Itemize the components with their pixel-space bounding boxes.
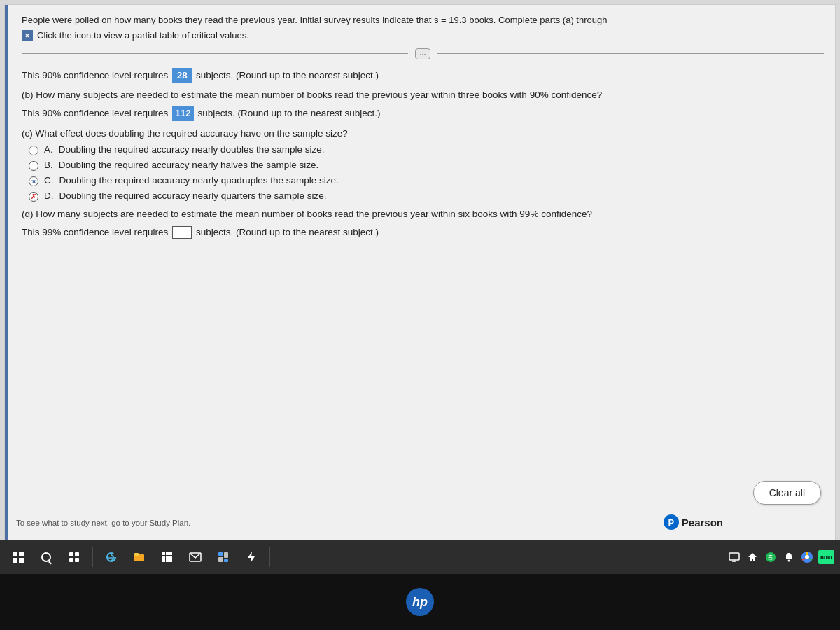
apps-icon <box>162 552 173 563</box>
part-b-answer: This 90% confidence level requires 112 s… <box>22 106 824 121</box>
radio-b[interactable] <box>29 161 38 171</box>
options-list: A. Doubling the required accuracy nearly… <box>29 144 824 202</box>
option-c-text: Doubling the required accuracy nearly qu… <box>59 175 339 186</box>
option-b-text: Doubling the required accuracy nearly ha… <box>59 160 318 170</box>
svg-rect-4 <box>75 552 79 556</box>
svg-rect-22 <box>224 559 228 562</box>
part-b-question: (b) How many subjects are needed to esti… <box>22 90 824 100</box>
svg-rect-19 <box>218 552 223 556</box>
windows-icon <box>13 552 24 563</box>
radio-c[interactable] <box>29 176 38 186</box>
apps-button[interactable] <box>155 545 180 570</box>
lightning-icon <box>246 551 256 564</box>
option-d-letter: D. <box>44 190 54 201</box>
svg-rect-10 <box>166 552 169 555</box>
option-c[interactable]: C. Doubling the required accuracy nearly… <box>29 175 824 186</box>
critical-values-link[interactable]: Click the icon to view a partial table o… <box>22 30 824 41</box>
pearson-logo: P Pearson <box>664 514 723 530</box>
option-c-letter: C. <box>44 175 54 186</box>
taskbar-separator-1 <box>92 547 93 567</box>
svg-rect-12 <box>162 556 165 559</box>
widgets-button[interactable] <box>211 545 236 570</box>
svg-rect-16 <box>166 559 169 562</box>
study-plan-link[interactable]: To see what to study next, go to your St… <box>16 519 190 527</box>
chrome-icon[interactable] <box>800 550 814 564</box>
part-d-answer: This 99% confidence level requires subje… <box>22 225 824 240</box>
svg-point-29 <box>788 560 790 562</box>
file-explorer-button[interactable] <box>127 545 152 570</box>
svg-rect-9 <box>162 552 165 555</box>
notification-icon[interactable] <box>782 550 796 564</box>
svg-rect-17 <box>169 559 172 562</box>
edge-button[interactable] <box>99 545 124 570</box>
hulu-icon[interactable]: hulu <box>818 550 834 564</box>
windows-start-button[interactable] <box>6 545 31 570</box>
svg-rect-14 <box>169 556 172 559</box>
svg-marker-27 <box>748 553 757 561</box>
svg-rect-13 <box>166 556 169 559</box>
svg-rect-8 <box>134 553 139 556</box>
taskbar: hulu <box>0 540 840 574</box>
svg-rect-6 <box>75 558 79 562</box>
problem-statement: People were polled on how many books the… <box>22 13 824 27</box>
part-d-input[interactable] <box>172 226 192 239</box>
mail-icon <box>189 552 202 562</box>
svg-rect-3 <box>69 552 74 556</box>
svg-rect-5 <box>69 558 74 562</box>
option-b[interactable]: B. Doubling the required accuracy nearly… <box>29 160 824 171</box>
svg-rect-15 <box>162 559 165 562</box>
svg-rect-21 <box>218 557 223 562</box>
clear-all-button[interactable]: Clear all <box>753 481 821 505</box>
radio-d[interactable] <box>29 192 38 202</box>
search-icon <box>41 552 51 562</box>
monitor-icon[interactable] <box>727 550 741 564</box>
icon-box <box>22 30 33 41</box>
option-a-text: Doubling the required accuracy nearly do… <box>59 144 325 155</box>
svg-point-31 <box>805 555 809 559</box>
hp-logo: hp <box>406 588 434 616</box>
spotify-icon[interactable] <box>764 550 778 564</box>
radio-a[interactable] <box>29 146 38 155</box>
part-a-value: 28 <box>172 68 192 83</box>
pearson-p-icon: P <box>664 514 679 530</box>
taskbar-separator-2 <box>270 547 270 567</box>
option-b-letter: B. <box>44 160 53 170</box>
network-icon[interactable] <box>746 550 760 564</box>
mail-button[interactable] <box>183 545 208 570</box>
search-button[interactable] <box>34 545 59 570</box>
pearson-label: Pearson <box>682 517 723 528</box>
option-d[interactable]: D. Doubling the required accuracy nearly… <box>29 190 824 202</box>
divider: ··· <box>22 48 824 59</box>
widgets-icon <box>218 552 229 563</box>
part-d-question: (d) How many subjects are needed to esti… <box>22 209 824 219</box>
part-c-question: (c) What effect does doubling the requir… <box>22 128 824 139</box>
option-a[interactable]: A. Doubling the required accuracy nearly… <box>29 144 824 155</box>
svg-rect-11 <box>169 552 172 555</box>
option-a-letter: A. <box>44 144 53 155</box>
part-a-answer: This 90% confidence level requires 28 su… <box>22 68 824 83</box>
bottom-area: hp <box>0 574 840 630</box>
part-b-value: 112 <box>172 106 194 121</box>
task-view-icon <box>69 552 80 563</box>
edge-icon <box>105 551 118 564</box>
critical-values-label: Click the icon to view a partial table o… <box>37 30 249 41</box>
taskbar-right-section: hulu <box>727 550 834 564</box>
file-explorer-icon <box>133 551 146 564</box>
lightning-button[interactable] <box>239 545 264 570</box>
svg-rect-24 <box>729 553 739 560</box>
svg-marker-23 <box>248 552 255 563</box>
svg-rect-20 <box>224 552 228 558</box>
option-d-text: Doubling the required accuracy nearly qu… <box>59 190 327 201</box>
task-view-button[interactable] <box>62 545 87 570</box>
